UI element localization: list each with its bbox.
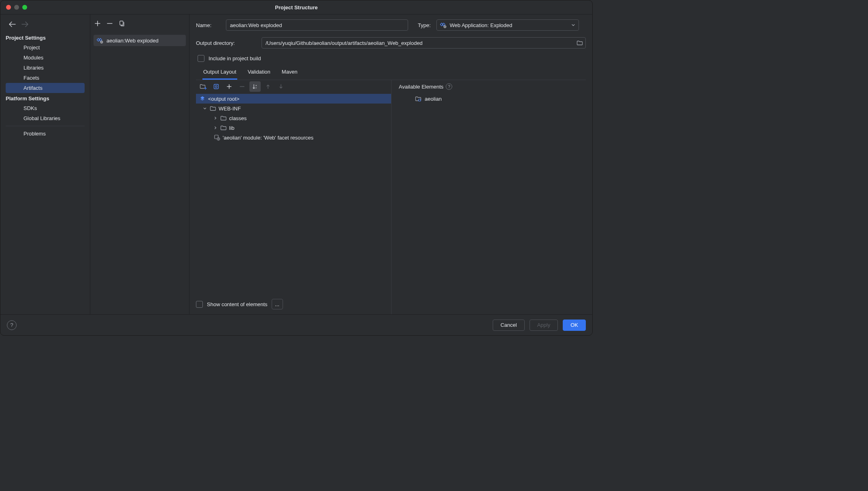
close-window-button[interactable]	[6, 5, 11, 10]
include-build-label: Include in project build	[208, 55, 261, 61]
maximize-window-button[interactable]	[22, 5, 27, 10]
folder-icon	[220, 125, 227, 131]
show-content-checkbox[interactable]	[196, 301, 203, 308]
outdir-input[interactable]	[266, 40, 573, 46]
chevron-down-icon	[571, 23, 575, 27]
move-down-icon[interactable]	[275, 81, 287, 92]
chevron-right-icon[interactable]	[213, 116, 218, 120]
tree-row-webinf[interactable]: WEB-INF	[196, 104, 391, 113]
tree-label: classes	[229, 115, 247, 121]
sidebar-item-libraries[interactable]: Libraries	[0, 63, 90, 73]
sidebar-item-artifacts[interactable]: Artifacts	[6, 83, 85, 93]
chevron-right-icon[interactable]	[213, 126, 218, 130]
settings-sidebar: Project Settings Project Modules Librari…	[0, 15, 90, 314]
module-icon	[415, 96, 421, 102]
sidebar-item-facets[interactable]: Facets	[0, 73, 90, 83]
add-copy-icon[interactable]	[223, 81, 235, 92]
sort-icon[interactable]: az	[249, 81, 261, 92]
chevron-down-icon[interactable]	[202, 106, 207, 110]
available-item[interactable]: aeolian	[391, 94, 586, 104]
section-project-settings: Project Settings	[0, 32, 90, 42]
svg-rect-13	[419, 99, 421, 101]
tree-row-module-web[interactable]: 'aeolian' module: 'Web' facet resources	[196, 133, 391, 142]
folder-icon	[210, 106, 216, 111]
tree-row-classes[interactable]: classes	[196, 113, 391, 123]
sidebar-item-project[interactable]: Project	[0, 42, 90, 53]
web-facet-icon	[214, 134, 220, 141]
titlebar: Project Structure	[0, 0, 592, 14]
output-layout-tree-panel: az <outpu	[196, 80, 391, 314]
help-button[interactable]: ?	[7, 320, 17, 330]
sidebar-item-modules[interactable]: Modules	[0, 53, 90, 63]
svg-rect-8	[215, 86, 217, 87]
tree-row-output-root[interactable]: <output root>	[196, 94, 391, 104]
artifact-detail-panel: Name: Type: Web Application: Exploded Ou…	[189, 15, 592, 314]
output-root-icon	[199, 95, 206, 102]
apply-button[interactable]: Apply	[530, 320, 558, 331]
forward-arrow-icon[interactable]	[21, 21, 29, 27]
tree-label: 'aeolian' module: 'Web' facet resources	[223, 135, 313, 141]
artifact-list-item[interactable]: aeolian:Web exploded	[94, 35, 186, 46]
svg-rect-0	[120, 21, 123, 25]
back-arrow-icon[interactable]	[9, 21, 16, 27]
tab-maven[interactable]: Maven	[281, 66, 298, 80]
name-input[interactable]	[226, 19, 408, 31]
folder-icon	[220, 115, 227, 121]
more-options-button[interactable]: ...	[272, 299, 283, 309]
new-archive-icon[interactable]	[211, 81, 222, 92]
available-elements-header: Available Elements	[399, 84, 443, 90]
sidebar-item-problems[interactable]: Problems	[0, 129, 90, 139]
available-elements-panel: Available Elements ? aeolian	[391, 80, 586, 314]
tab-validation[interactable]: Validation	[247, 66, 271, 80]
remove-artifact-icon[interactable]	[106, 20, 113, 27]
svg-rect-7	[214, 85, 219, 89]
artifact-list-label: aeolian:Web exploded	[106, 38, 158, 44]
available-item-label: aeolian	[425, 96, 442, 102]
copy-artifact-icon[interactable]	[119, 20, 125, 27]
include-build-checkbox[interactable]	[198, 55, 204, 62]
section-platform-settings: Platform Settings	[0, 93, 90, 103]
dialog-footer: ? Cancel Apply OK	[0, 314, 592, 335]
tree-label: lib	[229, 125, 234, 131]
web-exploded-icon	[440, 22, 447, 28]
help-icon[interactable]: ?	[446, 83, 452, 90]
sidebar-item-sdks[interactable]: SDKs	[0, 103, 90, 113]
tree-row-lib[interactable]: lib	[196, 123, 391, 133]
artifact-tabs: Output Layout Validation Maven	[196, 66, 586, 80]
tree-label: WEB-INF	[219, 106, 241, 112]
tab-output-layout[interactable]: Output Layout	[202, 66, 237, 80]
svg-rect-4	[440, 23, 443, 26]
svg-text:z: z	[255, 87, 257, 89]
sidebar-separator	[6, 126, 85, 126]
move-up-icon[interactable]	[262, 81, 274, 92]
web-artifact-icon	[97, 37, 103, 44]
window-title: Project Structure	[275, 4, 317, 11]
type-label: Type:	[418, 22, 431, 28]
cancel-button[interactable]: Cancel	[493, 320, 524, 331]
include-build-row[interactable]: Include in project build	[196, 55, 586, 62]
svg-rect-1	[97, 38, 100, 41]
ellipsis-label: ...	[275, 301, 279, 307]
new-folder-icon[interactable]	[198, 81, 209, 92]
sidebar-item-global-libraries[interactable]: Global Libraries	[0, 113, 90, 123]
add-artifact-icon[interactable]	[94, 20, 101, 27]
type-select[interactable]: Web Application: Exploded	[436, 19, 579, 31]
show-content-label: Show content of elements	[207, 301, 268, 307]
tree-label: <output root>	[208, 96, 239, 102]
type-value: Web Application: Exploded	[450, 22, 568, 28]
browse-folder-icon[interactable]	[577, 40, 583, 46]
remove-item-icon[interactable]	[236, 81, 248, 92]
minimize-window-button[interactable]	[14, 5, 19, 10]
name-label: Name:	[196, 22, 220, 28]
ok-button[interactable]: OK	[563, 320, 586, 331]
outdir-label: Output directory:	[196, 40, 256, 46]
artifact-list-panel: aeolian:Web exploded	[90, 15, 189, 314]
